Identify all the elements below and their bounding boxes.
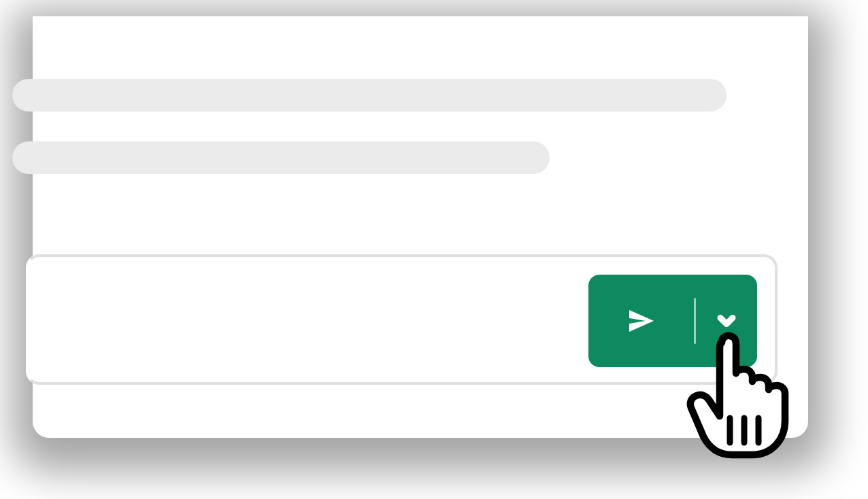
- send-button[interactable]: [588, 275, 694, 367]
- skeleton-text-line: [12, 79, 727, 111]
- send-icon: [621, 305, 662, 337]
- compose-input-area[interactable]: [26, 254, 778, 385]
- skeleton-text-line: [12, 141, 550, 174]
- send-split-button[interactable]: [588, 275, 757, 367]
- chevron-down-icon: [714, 309, 739, 333]
- send-options-dropdown[interactable]: [696, 275, 757, 367]
- ui-card: [33, 16, 808, 438]
